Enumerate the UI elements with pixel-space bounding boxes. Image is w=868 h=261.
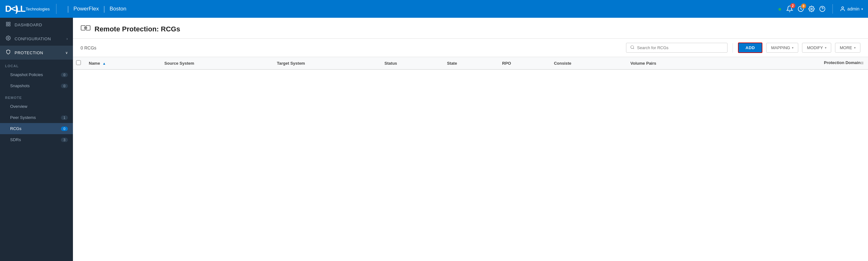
nav-divider-2: | [103, 5, 105, 13]
sidebar-item-snapshot-policies[interactable]: Snapshot Policies 0 [0, 69, 73, 80]
table-header-row: Name ▲ Source System Target System Statu… [73, 57, 868, 69]
mapping-chevron-icon: ▾ [792, 46, 794, 50]
toolbar-separator [733, 43, 733, 53]
sidebar: DASHBOARD CONFIGURATION › PROTECTION ∨ L… [0, 18, 73, 261]
rcgs-table: Name ▲ Source System Target System Statu… [73, 57, 868, 70]
col-target-system[interactable]: Target System [272, 57, 380, 69]
more-button[interactable]: MORE ▾ [835, 43, 860, 53]
sdrs-label: SDRs [10, 137, 21, 142]
svg-rect-7 [8, 25, 10, 26]
col-state-label: State [447, 61, 457, 66]
mapping-label: MAPPING [771, 45, 790, 50]
sort-asc-icon: ▲ [102, 62, 106, 65]
dell-wordmark: D<)LL [5, 4, 25, 14]
col-status[interactable]: Status [380, 57, 442, 69]
select-all-th [73, 57, 84, 69]
notification-badge: 2 [790, 3, 795, 8]
rcgs-label: RCGs [10, 126, 21, 131]
svg-rect-8 [6, 25, 8, 26]
col-status-label: Status [384, 61, 397, 66]
remote-section-label: REMOTE [0, 91, 73, 101]
tasks-icon[interactable]: 0 [798, 6, 804, 12]
sidebar-item-rcgs[interactable]: RCGs 0 [0, 123, 73, 134]
col-target-label: Target System [277, 61, 305, 66]
logo-section: D<)LL Technologies [5, 4, 57, 14]
record-count: 0 RCGs [81, 45, 100, 51]
dell-logo: D<)LL Technologies [5, 4, 50, 14]
local-section-label: LOCAL [0, 60, 73, 69]
snapshot-policies-badge: 0 [61, 73, 68, 77]
sidebar-item-label: DASHBOARD [14, 23, 42, 27]
peer-systems-badge: 1 [61, 116, 68, 120]
page-icon [81, 24, 91, 35]
svg-rect-5 [6, 22, 8, 24]
toolbar: 0 RCGs ADD MAPPING ▾ MODIFY ▾ MORE ▾ [73, 39, 868, 57]
column-options-icon[interactable]: ≡ [861, 60, 864, 66]
tasks-badge: 0 [801, 3, 806, 8]
modify-button[interactable]: MODIFY ▾ [802, 43, 831, 53]
col-rpo[interactable]: RPO [498, 57, 549, 69]
help-icon[interactable] [819, 6, 826, 12]
sidebar-item-label: CONFIGURATION [14, 36, 51, 41]
dashboard-icon [5, 22, 11, 28]
chevron-right-icon: › [67, 37, 68, 41]
nav-user-sep [833, 4, 833, 13]
snapshot-policies-label: Snapshot Policies [10, 72, 43, 77]
peer-systems-label: Peer Systems [10, 115, 36, 120]
sidebar-item-protection[interactable]: PROTECTION ∨ [0, 46, 73, 60]
svg-point-9 [8, 37, 9, 39]
sidebar-item-peer-systems[interactable]: Peer Systems 1 [0, 112, 73, 123]
overview-label: Overview [10, 104, 27, 109]
main-content: Remote Protection: RCGs 0 RCGs ADD MAPPI… [73, 18, 868, 261]
svg-point-4 [842, 7, 844, 8]
col-rpo-label: RPO [502, 61, 511, 66]
sidebar-item-dashboard[interactable]: DASHBOARD [0, 18, 73, 32]
svg-rect-6 [8, 22, 10, 24]
col-volume-pairs[interactable]: Volume Pairs [626, 57, 727, 69]
user-menu[interactable]: admin ▾ [840, 6, 863, 12]
select-all-checkbox[interactable] [76, 60, 81, 65]
chevron-down-icon: ∨ [65, 51, 68, 55]
modify-label: MODIFY [807, 45, 823, 50]
main-layout: DASHBOARD CONFIGURATION › PROTECTION ∨ L… [0, 18, 868, 261]
sidebar-item-snapshots[interactable]: Snapshots 0 [0, 80, 73, 91]
sidebar-item-label: PROTECTION [14, 51, 43, 55]
snapshots-badge: 0 [61, 84, 68, 88]
user-chevron-icon: ▾ [861, 7, 863, 11]
page-title: Remote Protection: RCGs [94, 25, 180, 33]
sidebar-item-sdrs[interactable]: SDRs 3 [0, 134, 73, 145]
col-volume-pairs-label: Volume Pairs [630, 61, 656, 66]
modify-chevron-icon: ▾ [825, 46, 827, 50]
location-name: Boston [110, 6, 126, 12]
svg-point-13 [631, 46, 633, 48]
sidebar-item-configuration[interactable]: CONFIGURATION › [0, 32, 73, 46]
technologies-wordmark: Technologies [26, 7, 50, 11]
col-source-label: Source System [164, 61, 194, 66]
nav-divider-1: | [67, 5, 69, 13]
col-consiste-label: Consiste [554, 61, 571, 66]
col-name[interactable]: Name ▲ [84, 57, 160, 69]
nav-icons: ● 2 0 admin ▾ [778, 4, 863, 13]
sidebar-item-overview[interactable]: Overview [0, 101, 73, 112]
svg-point-1 [811, 8, 812, 10]
username-label: admin [847, 6, 860, 11]
col-consiste[interactable]: Consiste [550, 57, 626, 69]
add-button[interactable]: ADD [738, 42, 763, 53]
snapshots-label: Snapshots [10, 84, 30, 88]
col-source-system[interactable]: Source System [160, 57, 272, 69]
col-protection-domain[interactable]: Protection Domain ≡ [727, 57, 868, 69]
svg-line-14 [633, 48, 634, 49]
settings-icon[interactable] [808, 6, 815, 12]
product-name: PowerFlex [73, 6, 99, 12]
col-name-label: Name [89, 61, 100, 66]
col-state[interactable]: State [442, 57, 498, 69]
sdrs-badge: 3 [61, 138, 68, 142]
search-icon [630, 45, 634, 51]
search-input[interactable] [637, 45, 723, 50]
search-container[interactable] [626, 43, 727, 53]
configuration-icon [5, 35, 11, 42]
notifications-icon[interactable]: 2 [786, 5, 793, 12]
status-icon[interactable]: ● [778, 5, 782, 13]
page-header: Remote Protection: RCGs [73, 18, 868, 39]
mapping-button[interactable]: MAPPING ▾ [766, 43, 798, 53]
